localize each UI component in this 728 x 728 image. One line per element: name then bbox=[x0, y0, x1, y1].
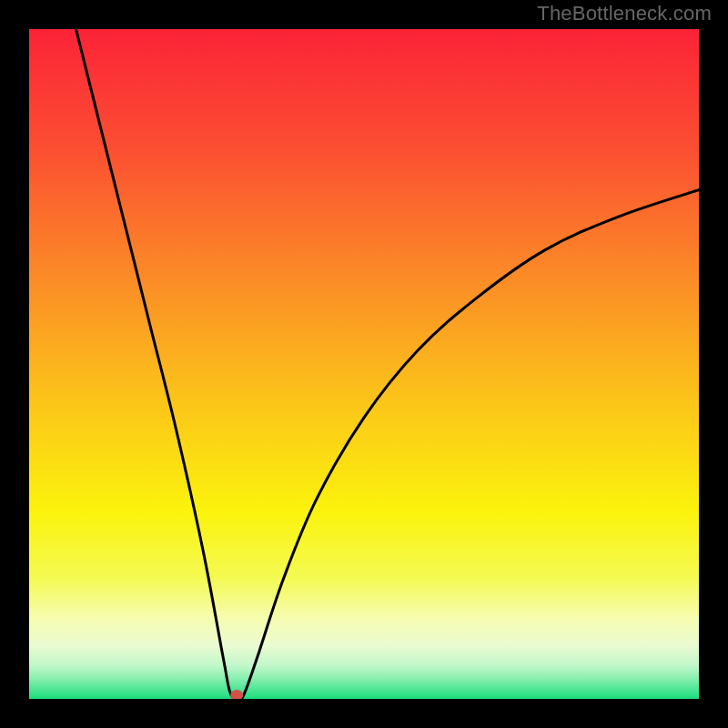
bottleneck-curve bbox=[76, 29, 699, 699]
chart-svg bbox=[29, 29, 699, 699]
minimum-marker bbox=[230, 690, 243, 699]
watermark-text: TheBottleneck.com bbox=[537, 2, 712, 25]
chart-container: TheBottleneck.com bbox=[0, 0, 728, 728]
plot-area bbox=[29, 29, 699, 699]
